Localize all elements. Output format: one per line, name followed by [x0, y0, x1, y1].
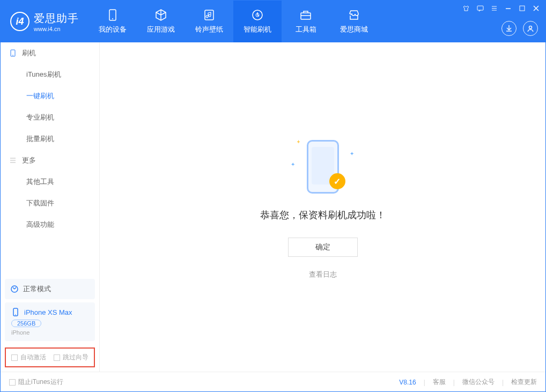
status-bar: 阻止iTunes运行 V8.16 | 客服 | 微信公众号 | 检查更新	[1, 372, 545, 392]
mode-icon	[10, 285, 19, 293]
device-type: iPhone	[11, 329, 88, 336]
user-button[interactable]	[523, 21, 538, 36]
minimize-button[interactable]	[504, 4, 512, 12]
view-log-link[interactable]: 查看日志	[309, 270, 337, 279]
svg-point-1	[112, 18, 113, 19]
nav-tab-label: 爱思商城	[340, 25, 368, 34]
nav-tab-0[interactable]: 我的设备	[88, 1, 137, 42]
nav-tab-4[interactable]: 工具箱	[282, 1, 330, 42]
device-icon	[9, 49, 17, 57]
footer-link-support[interactable]: 客服	[433, 378, 446, 387]
svg-point-5	[529, 26, 532, 29]
toolbox-icon	[299, 9, 312, 21]
footer-link-update[interactable]: 检查更新	[511, 378, 537, 387]
nav-tab-label: 我的设备	[99, 25, 127, 34]
nav-tabs: 我的设备应用游戏铃声壁纸智能刷机工具箱爱思商城	[88, 1, 378, 42]
sidebar-group-more: 更多	[1, 150, 99, 171]
refresh-icon	[251, 9, 264, 21]
nav-tab-1[interactable]: 应用游戏	[137, 1, 185, 42]
cube-icon	[154, 9, 167, 21]
nav-tab-label: 铃声壁纸	[195, 25, 223, 34]
svg-rect-4	[301, 13, 311, 19]
sidebar-item[interactable]: 下载固件	[1, 193, 99, 214]
version-label[interactable]: V8.16	[399, 379, 416, 386]
menu-icon[interactable]	[490, 4, 498, 12]
device-panel[interactable]: iPhone XS Max 256GB iPhone	[5, 302, 95, 341]
ok-button[interactable]: 确定	[288, 238, 358, 257]
phone-icon	[11, 308, 20, 316]
sidebar: 刷机 iTunes刷机一键刷机专业刷机批量刷机 更多 其他工具下载固件高级功能 …	[1, 42, 100, 372]
nav-tab-5[interactable]: 爱思商城	[330, 1, 378, 42]
logo-icon: i4	[10, 12, 29, 31]
app-header: i4 爱思助手 www.i4.cn 我的设备应用游戏铃声壁纸智能刷机工具箱爱思商…	[1, 1, 545, 42]
svg-point-9	[12, 55, 13, 56]
skin-icon[interactable]	[462, 4, 470, 12]
music-icon	[203, 9, 216, 21]
svg-rect-7	[520, 6, 525, 11]
auto-activate-checkbox[interactable]: 自动激活	[11, 353, 46, 362]
nav-tab-label: 工具箱	[296, 25, 316, 34]
close-button[interactable]	[532, 4, 540, 12]
nav-tab-2[interactable]: 铃声壁纸	[185, 1, 233, 42]
maximize-button[interactable]	[518, 4, 526, 12]
app-logo: i4 爱思助手 www.i4.cn	[1, 11, 88, 32]
window-controls	[462, 4, 540, 12]
download-button[interactable]	[501, 21, 517, 36]
svg-rect-6	[477, 6, 483, 10]
svg-point-12	[15, 314, 16, 315]
app-name: 爱思助手	[34, 11, 79, 26]
sidebar-item[interactable]: 批量刷机	[1, 128, 99, 150]
feedback-icon[interactable]	[476, 4, 484, 12]
app-url: www.i4.cn	[34, 26, 79, 32]
success-message: 恭喜您，保资料刷机成功啦！	[260, 209, 386, 221]
mode-panel[interactable]: 正常模式	[5, 279, 95, 299]
header-actions	[501, 21, 538, 36]
sidebar-group-flash: 刷机	[1, 42, 99, 64]
store-icon	[348, 9, 360, 21]
sidebar-group-title: 刷机	[22, 48, 36, 58]
success-illustration: ✦✦+ ✓	[291, 135, 355, 199]
device-name: iPhone XS Max	[24, 308, 72, 316]
block-itunes-checkbox[interactable]: 阻止iTunes运行	[9, 378, 63, 387]
nav-tab-3[interactable]: 智能刷机	[233, 1, 282, 42]
device-icon	[106, 9, 119, 21]
mode-label: 正常模式	[23, 284, 51, 294]
sidebar-item[interactable]: 其他工具	[1, 171, 99, 193]
bottom-options: 自动激活 跳过向导	[5, 347, 95, 367]
list-icon	[9, 157, 17, 164]
sidebar-item[interactable]: 一键刷机	[1, 85, 99, 107]
footer-link-wechat[interactable]: 微信公众号	[462, 378, 495, 387]
nav-tab-label: 智能刷机	[244, 25, 271, 34]
main-content: ✦✦+ ✓ 恭喜您，保资料刷机成功啦！ 确定 查看日志	[100, 42, 545, 372]
nav-tab-label: 应用游戏	[147, 25, 175, 34]
sidebar-item[interactable]: 专业刷机	[1, 107, 99, 128]
sidebar-item[interactable]: 高级功能	[1, 214, 99, 235]
device-capacity: 256GB	[11, 320, 41, 327]
check-icon: ✓	[329, 173, 345, 189]
sidebar-group-title: 更多	[22, 156, 36, 165]
skip-guide-checkbox[interactable]: 跳过向导	[54, 353, 88, 362]
sidebar-item[interactable]: iTunes刷机	[1, 64, 99, 85]
